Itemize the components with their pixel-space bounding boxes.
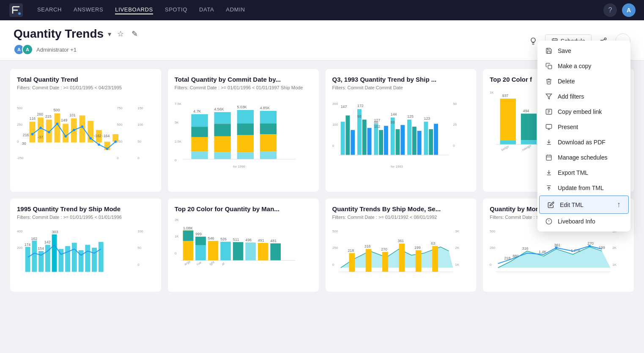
- menu-present[interactable]: Present: [537, 119, 630, 135]
- dropdown-menu: Save Make a copy Delete Add filters: [537, 41, 630, 232]
- add-filters-label: Add filters: [558, 93, 584, 100]
- edit-tml-icon: [547, 201, 555, 208]
- present-icon: [545, 124, 553, 130]
- edit-tml-label: Edit TML: [560, 201, 584, 208]
- manage-schedules-label: Manage schedules: [558, 154, 608, 161]
- save-icon: [545, 47, 553, 54]
- menu-copy-embed-link[interactable]: Copy embed link: [537, 104, 630, 119]
- menu-export-tml[interactable]: Export TML: [537, 165, 630, 180]
- save-label: Save: [558, 47, 571, 54]
- menu-add-filters[interactable]: Add filters: [537, 89, 630, 104]
- menu-edit-tml[interactable]: Edit TML ↑: [539, 196, 629, 214]
- download-pdf-label: Download as PDF: [558, 139, 606, 146]
- svg-rect-232: [546, 155, 551, 160]
- delete-label: Delete: [558, 78, 575, 85]
- filter-icon: [545, 93, 553, 100]
- menu-make-copy[interactable]: Make a copy: [537, 58, 630, 74]
- menu-liveboard-info[interactable]: Liveboard Info: [537, 214, 630, 229]
- svg-rect-229: [546, 124, 551, 128]
- svg-marker-224: [546, 94, 551, 99]
- menu-delete[interactable]: Delete: [537, 74, 630, 89]
- make-copy-label: Make a copy: [558, 63, 591, 69]
- copy-icon: [545, 63, 553, 69]
- update-tml-icon: [545, 185, 553, 191]
- menu-update-from-tml[interactable]: Update from TML: [537, 180, 630, 196]
- manage-schedules-icon: [545, 154, 553, 161]
- info-icon: [545, 218, 553, 225]
- download-pdf-icon: [545, 139, 553, 146]
- svg-rect-223: [548, 65, 552, 69]
- cursor-indicator: ↑: [617, 200, 621, 209]
- menu-download-pdf[interactable]: Download as PDF: [537, 135, 630, 150]
- delete-icon: [545, 78, 553, 85]
- update-from-tml-label: Update from TML: [558, 185, 604, 191]
- copy-embed-label: Copy embed link: [558, 108, 602, 115]
- embed-icon: [545, 108, 553, 115]
- liveboard-info-label: Liveboard Info: [558, 218, 595, 225]
- export-tml-icon: [545, 169, 553, 176]
- export-tml-label: Export TML: [558, 169, 588, 176]
- menu-manage-schedules[interactable]: Manage schedules: [537, 150, 630, 165]
- menu-save[interactable]: Save: [537, 43, 630, 58]
- present-label: Present: [558, 124, 578, 130]
